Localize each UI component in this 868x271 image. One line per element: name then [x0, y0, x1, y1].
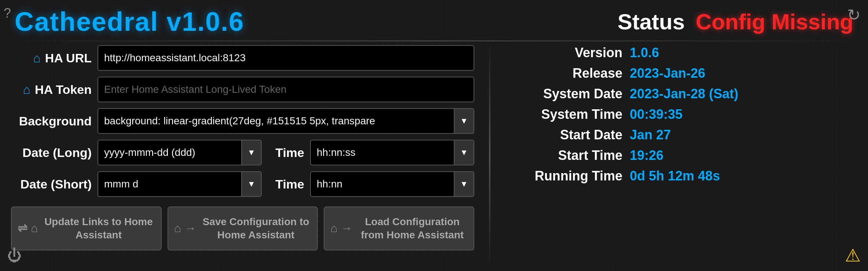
update-links-button[interactable]: ⇌ ⌂ Update Links to Home Assistant [11, 206, 162, 250]
background-label: Background [11, 114, 92, 128]
app-container: ? ↻ Catheedral v1.0.6 Status Config Miss… [0, 0, 868, 271]
start-date-value: Jan 27 [630, 127, 671, 143]
ha-token-icon: ⌂ [23, 83, 31, 97]
time-long-dropdown-btn[interactable]: ▼ [454, 140, 474, 165]
time-short-dropdown-btn[interactable]: ▼ [454, 171, 474, 197]
date-long-input[interactable] [98, 140, 241, 165]
ha-token-row: ⌂ HA Token [11, 77, 474, 102]
start-time-label: Start Time [520, 148, 622, 163]
start-time-value: 19:26 [630, 148, 663, 163]
date-long-row: Date (Long) ▼ Time ▼ [11, 140, 474, 165]
ha-url-icon: ⌂ [33, 51, 41, 65]
status-value: Config Missing [696, 9, 853, 34]
app-title: Catheedral v1.0.6 [15, 7, 244, 37]
background-row: Background ▼ [11, 108, 474, 134]
system-date-row: System Date 2023-Jan-28 (Sat) [520, 86, 857, 102]
date-short-dropdown-btn[interactable]: ▼ [241, 171, 262, 197]
time-long-label: Time [268, 146, 304, 160]
running-time-label: Running Time [520, 168, 622, 184]
ha-url-label: ⌂ HA URL [11, 51, 92, 65]
load-config-icon: ⌂ → [330, 221, 352, 236]
background-input-group: ▼ [98, 108, 474, 134]
start-date-label: Start Date [520, 127, 622, 143]
save-config-button[interactable]: ⌂ → Save Configuration to Home Assistant [168, 206, 318, 250]
panel-divider [489, 41, 490, 267]
system-date-value: 2023-Jan-28 (Sat) [630, 86, 738, 102]
date-long-dropdown-btn[interactable]: ▼ [241, 140, 262, 165]
release-value: 2023-Jan-26 [630, 66, 705, 81]
background-input[interactable] [98, 108, 454, 134]
date-short-row: Date (Short) ▼ Time ▼ [11, 171, 474, 197]
date-long-label: Date (Long) [11, 146, 92, 160]
right-panel: Version 1.0.6 Release 2023-Jan-26 System… [505, 41, 857, 267]
start-date-row: Start Date Jan 27 [520, 127, 857, 143]
date-short-label: Date (Short) [11, 177, 92, 191]
ha-token-label: ⌂ HA Token [11, 83, 92, 97]
load-config-button[interactable]: ⌂ → Load Configuration from Home Assista… [324, 206, 474, 250]
save-config-icon: ⌂ → [174, 221, 196, 236]
update-links-icon: ⇌ ⌂ [18, 221, 38, 236]
power-icon[interactable]: ⏻ [7, 247, 22, 264]
time-short-input-group: ▼ [310, 171, 474, 197]
version-value: 1.0.6 [630, 45, 659, 61]
system-time-value: 00:39:35 [630, 107, 683, 122]
date-short-input[interactable] [98, 171, 241, 197]
system-time-label: System Time [520, 107, 622, 122]
version-row: Version 1.0.6 [520, 45, 857, 61]
ha-token-input[interactable] [98, 77, 474, 102]
status-area: Status Config Missing [618, 9, 853, 34]
time-short-label: Time [268, 177, 304, 191]
time-long-input[interactable] [310, 140, 454, 165]
header: Catheedral v1.0.6 Status Config Missing [0, 0, 868, 40]
running-time-row: Running Time 0d 5h 12m 48s [520, 168, 857, 184]
ha-url-row: ⌂ HA URL [11, 45, 474, 71]
release-label: Release [520, 66, 622, 81]
help-icon[interactable]: ? [4, 6, 11, 21]
time-long-input-group: ▼ [310, 140, 474, 165]
date-short-input-group: ▼ [98, 171, 262, 197]
time-short-input[interactable] [310, 171, 454, 197]
warning-icon[interactable]: ⚠ [845, 245, 861, 265]
system-date-label: System Date [520, 86, 622, 102]
date-long-input-group: ▼ [98, 140, 262, 165]
main-content: ⌂ HA URL ⌂ HA Token Background [0, 41, 868, 271]
version-label: Version [520, 45, 622, 61]
ha-url-input[interactable] [98, 45, 474, 71]
left-panel: ⌂ HA URL ⌂ HA Token Background [11, 41, 474, 267]
system-time-row: System Time 00:39:35 [520, 107, 857, 122]
refresh-icon[interactable]: ↻ [847, 6, 861, 24]
background-dropdown-btn[interactable]: ▼ [454, 108, 474, 134]
action-buttons: ⇌ ⌂ Update Links to Home Assistant ⌂ → S… [11, 203, 474, 254]
running-time-value: 0d 5h 12m 48s [630, 168, 720, 184]
release-row: Release 2023-Jan-26 [520, 66, 857, 81]
status-label: Status [618, 9, 685, 34]
start-time-row: Start Time 19:26 [520, 148, 857, 163]
